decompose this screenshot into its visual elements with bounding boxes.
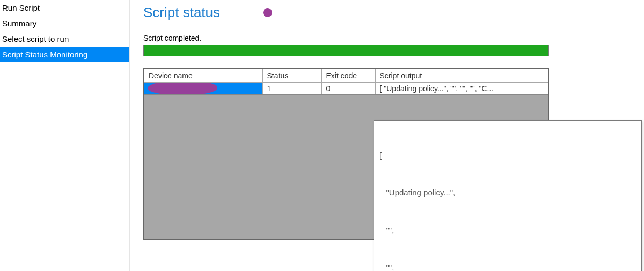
sidebar-item-script-status-monitoring[interactable]: Script Status Monitoring [0, 47, 129, 62]
cell-status: 1 [262, 83, 321, 95]
table-row[interactable]: 1 0 [ "Updating policy...", "", "", "", … [144, 83, 548, 95]
col-device-name[interactable]: Device name [144, 69, 262, 83]
sidebar-item-select-script[interactable]: Select script to run [0, 31, 129, 47]
col-script-output[interactable]: Script output [375, 69, 548, 83]
tooltip-line: "Updating policy...", [379, 186, 636, 199]
progress-bar [143, 45, 549, 56]
table-header-row: Device name Status Exit code Script outp… [144, 69, 548, 83]
redaction-mark-icon [148, 83, 217, 95]
col-status[interactable]: Status [262, 69, 321, 83]
sidebar-item-summary[interactable]: Summary [0, 16, 129, 31]
cell-exit-code: 0 [321, 83, 375, 95]
page-title-row: Script status [143, 0, 631, 34]
status-label: Script completed. [143, 34, 631, 42]
col-exit-code[interactable]: Exit code [321, 69, 375, 83]
tooltip-line: "", [379, 224, 636, 236]
tooltip-line: "", [379, 261, 636, 271]
cell-device-name[interactable] [144, 83, 262, 95]
cell-script-output: [ "Updating policy...", "", "", "", "C..… [375, 83, 548, 95]
wizard-sidebar: Run Script Summary Select script to run … [0, 0, 130, 271]
tooltip-line: [ [379, 149, 636, 162]
page-title: Script status [143, 4, 220, 21]
results-table: Device name Status Exit code Script outp… [144, 69, 548, 94]
script-output-tooltip: [ "Updating policy...", "", "", "", "Com… [374, 120, 642, 271]
annotation-dot-icon [263, 8, 272, 17]
sidebar-item-run-script[interactable]: Run Script [0, 0, 129, 16]
